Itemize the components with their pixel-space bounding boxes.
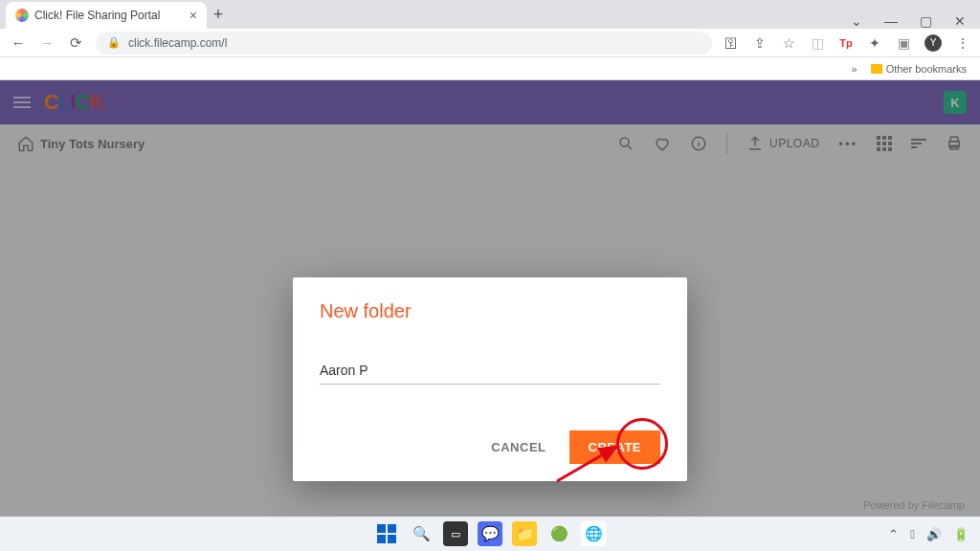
extensions-icon[interactable]: ✦	[867, 35, 882, 51]
taskbar-chat-icon[interactable]: 💬	[478, 521, 502, 546]
folder-icon	[871, 64, 882, 74]
tab-favicon	[15, 9, 29, 22]
bookmark-overflow-icon[interactable]: »	[852, 63, 858, 75]
taskbar-search-icon[interactable]: 🔍	[409, 521, 434, 546]
taskbar-explorer-icon[interactable]: 📁	[512, 521, 537, 546]
window-close-icon[interactable]: ✕	[951, 13, 969, 29]
tab-close-icon[interactable]: ×	[189, 8, 197, 23]
window-maximize-icon[interactable]: ▢	[917, 13, 934, 29]
new-folder-modal: New folder CANCEL CREATE	[293, 277, 687, 481]
browser-tab-strip: Click! File Sharing Portal × + ⌄ — ▢ ✕	[0, 0, 980, 29]
start-button[interactable]	[374, 521, 399, 546]
nav-forward-icon[interactable]: →	[38, 34, 56, 51]
chrome-menu-icon[interactable]: ⋮	[955, 35, 970, 51]
modal-title: New folder	[320, 300, 660, 322]
omnibox[interactable]: 🔒 click.filecamp.com/l	[96, 32, 712, 55]
nav-back-icon[interactable]: ←	[10, 34, 27, 51]
footer-text: Powered by Filecamp	[863, 499, 965, 511]
nav-reload-icon[interactable]: ⟳	[67, 34, 84, 52]
tray-battery-icon[interactable]: 🔋	[953, 527, 969, 541]
other-bookmarks-label: Other bookmarks	[886, 63, 967, 75]
url-text: click.filecamp.com/l	[128, 36, 227, 50]
extension-icon-2[interactable]: ▣	[896, 35, 911, 51]
bookmark-bar: » Other bookmarks	[0, 57, 980, 80]
folder-name-input[interactable]	[320, 359, 660, 385]
window-minimize-icon[interactable]: —	[882, 13, 900, 29]
extension-icon-1[interactable]: ◫	[810, 35, 825, 51]
tray-volume-icon[interactable]: 🔊	[926, 527, 942, 541]
create-button[interactable]: CREATE	[569, 430, 660, 464]
tab-title: Click! File Sharing Portal	[34, 9, 160, 22]
new-tab-button[interactable]: +	[207, 5, 230, 29]
other-bookmarks-folder[interactable]: Other bookmarks	[871, 63, 967, 75]
task-view-icon[interactable]: ▭	[443, 521, 468, 546]
key-icon[interactable]: ⚿	[724, 35, 739, 51]
share-icon[interactable]: ⇪	[752, 35, 768, 51]
tray-wifi-icon[interactable]: 􀙇	[910, 527, 915, 541]
page: CLICK K Tiny Tots Nursery UPLOAD •••	[0, 80, 980, 517]
footer: Powered by Filecamp	[848, 494, 980, 517]
browser-tab[interactable]: Click! File Sharing Portal ×	[6, 2, 207, 29]
star-icon[interactable]: ☆	[781, 35, 796, 51]
lock-icon: 🔒	[107, 36, 121, 49]
windows-taskbar: 🔍 ▭ 💬 📁 🟢 🌐 ⌃ 􀙇 🔊 🔋	[0, 517, 980, 551]
extension-icon-tp[interactable]: Tp	[838, 35, 854, 51]
cancel-button[interactable]: CANCEL	[478, 430, 559, 464]
window-controls: ⌄ — ▢ ✕	[848, 8, 980, 29]
tray-chevron-icon[interactable]: ⌃	[888, 527, 899, 541]
taskbar-chrome-icon[interactable]: 🌐	[581, 521, 606, 546]
profile-avatar[interactable]: Y	[924, 34, 942, 52]
system-tray: ⌃ 􀙇 🔊 🔋	[888, 527, 969, 541]
browser-address-bar: ← → ⟳ 🔒 click.filecamp.com/l ⚿ ⇪ ☆ ◫ Tp …	[0, 29, 980, 57]
window-dropdown-icon[interactable]: ⌄	[848, 13, 865, 29]
taskbar-whatsapp-icon[interactable]: 🟢	[546, 521, 571, 546]
